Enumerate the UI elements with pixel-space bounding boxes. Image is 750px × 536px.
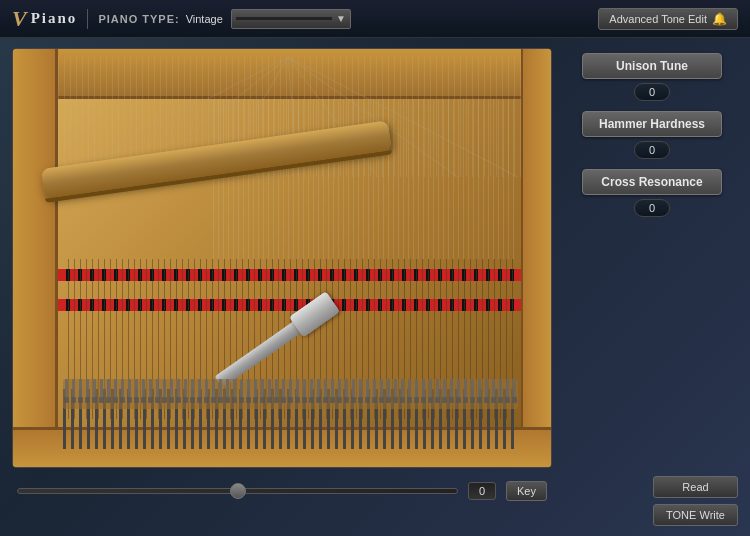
bridge-pins-svg [63,379,518,459]
logo: V Piano [12,6,77,32]
dropdown-arrow-icon: ▼ [336,13,346,24]
piano-type-dropdown[interactable]: ▼ [231,9,351,29]
hammer-hardness-button[interactable]: Hammer Hardness [582,111,722,137]
piano-type-label: PIANO TYPE: [98,13,179,25]
bottom-controls: 0 Key [12,476,552,506]
unison-tune-group: Unison Tune 0 [566,53,738,101]
unison-tune-value: 0 [634,83,670,101]
bell-icon: 🔔 [712,12,727,26]
hammer-hardness-value: 0 [634,141,670,159]
slider-track[interactable] [17,488,458,494]
wood-frame-left [13,49,58,467]
key-button[interactable]: Key [506,481,547,501]
piano-display-panel: 0 Key [12,48,552,526]
cross-resonance-button[interactable]: Cross Resonance [582,169,722,195]
unison-tune-button[interactable]: Unison Tune [582,53,722,79]
logo-v: V [12,6,27,32]
dropdown-bar [236,17,332,20]
right-panel: Unison Tune 0 Hammer Hardness 0 Cross Re… [566,48,738,526]
cross-resonance-group: Cross Resonance 0 [566,169,738,217]
advanced-tone-edit-button[interactable]: Advanced Tone Edit 🔔 [598,8,738,30]
main-content: 0 Key Unison Tune 0 Hammer Hardness 0 Cr… [0,38,750,536]
piano-canvas [12,48,552,468]
tone-write-button[interactable]: TONE Write [653,504,738,526]
app-header: V Piano PIANO TYPE: Vintage ▼ Advanced T… [0,0,750,38]
logo-piano: Piano [31,10,78,27]
slider-thumb[interactable] [230,483,246,499]
bottom-right-actions: Read TONE Write [566,476,738,526]
svg-rect-14 [63,379,518,409]
slider-value-display: 0 [468,482,496,500]
hammer-hardness-group: Hammer Hardness 0 [566,111,738,159]
read-button[interactable]: Read [653,476,738,498]
wood-frame-right [521,49,551,467]
logo-separator [87,9,88,29]
piano-type-value: Vintage [186,13,223,25]
advanced-btn-label: Advanced Tone Edit [609,13,707,25]
cross-resonance-value: 0 [634,199,670,217]
